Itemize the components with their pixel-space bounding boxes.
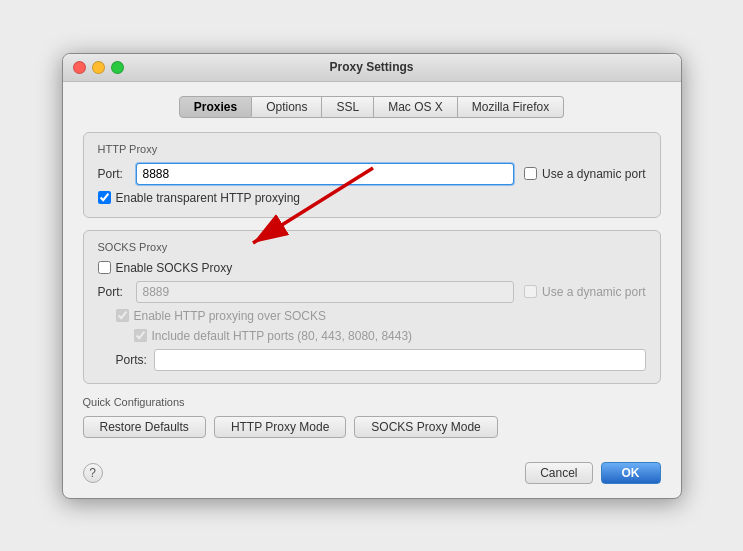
socks-dynamic-port-row: Use a dynamic port <box>524 285 645 299</box>
tabs-bar: Proxies Options SSL Mac OS X Mozilla Fir… <box>83 96 661 118</box>
ok-button[interactable]: OK <box>601 462 661 484</box>
socks-proxy-section: SOCKS Proxy Enable SOCKS Proxy Port: Use… <box>83 230 661 384</box>
main-content: Proxies Options SSL Mac OS X Mozilla Fir… <box>63 82 681 454</box>
tab-options[interactable]: Options <box>252 96 322 118</box>
footer-right: Cancel OK <box>525 462 660 484</box>
window-title: Proxy Settings <box>329 60 413 74</box>
traffic-lights <box>73 61 124 74</box>
socks-proxy-mode-button[interactable]: SOCKS Proxy Mode <box>354 416 497 438</box>
http-dynamic-port-row: Use a dynamic port <box>524 167 645 181</box>
tab-firefox[interactable]: Mozilla Firefox <box>458 96 564 118</box>
enable-socks-label[interactable]: Enable SOCKS Proxy <box>98 261 233 275</box>
socks-port-row: Port: Use a dynamic port <box>98 281 646 303</box>
socks-dynamic-port-label: Use a dynamic port <box>542 285 645 299</box>
maximize-button[interactable] <box>111 61 124 74</box>
tab-ssl[interactable]: SSL <box>322 96 374 118</box>
titlebar: Proxy Settings <box>63 54 681 82</box>
enable-socks-checkbox[interactable] <box>98 261 111 274</box>
include-default-checkbox[interactable] <box>134 329 147 342</box>
socks-ports-row: Ports: <box>116 349 646 371</box>
http-port-input[interactable] <box>136 163 515 185</box>
socks-dynamic-port-checkbox[interactable] <box>524 285 537 298</box>
footer: ? Cancel OK <box>63 454 681 498</box>
restore-defaults-button[interactable]: Restore Defaults <box>83 416 206 438</box>
http-proxy-section: HTTP Proxy Port: Use a dynamic port Enab… <box>83 132 661 218</box>
socks-ports-input[interactable] <box>154 349 646 371</box>
enable-socks-row: Enable SOCKS Proxy <box>98 261 646 275</box>
http-dynamic-port-label: Use a dynamic port <box>542 167 645 181</box>
quick-config-section: Quick Configurations Restore Defaults HT… <box>83 396 661 438</box>
http-transparent-row: Enable transparent HTTP proxying <box>98 191 646 205</box>
http-transparent-label[interactable]: Enable transparent HTTP proxying <box>98 191 301 205</box>
proxy-settings-window: Proxy Settings Proxies Options SSL Mac O… <box>62 53 682 499</box>
close-button[interactable] <box>73 61 86 74</box>
include-default-label[interactable]: Include default HTTP ports (80, 443, 808… <box>134 329 413 343</box>
socks-port-label: Port: <box>98 285 130 299</box>
http-proxy-mode-button[interactable]: HTTP Proxy Mode <box>214 416 346 438</box>
http-transparent-checkbox[interactable] <box>98 191 111 204</box>
cancel-button[interactable]: Cancel <box>525 462 592 484</box>
enable-http-over-socks-row: Enable HTTP proxying over SOCKS <box>116 309 646 323</box>
quick-config-label: Quick Configurations <box>83 396 661 408</box>
tab-macosx[interactable]: Mac OS X <box>374 96 458 118</box>
include-default-row: Include default HTTP ports (80, 443, 808… <box>134 329 646 343</box>
http-port-label: Port: <box>98 167 130 181</box>
minimize-button[interactable] <box>92 61 105 74</box>
http-port-row: Port: Use a dynamic port <box>98 163 646 185</box>
http-dynamic-port-checkbox[interactable] <box>524 167 537 180</box>
help-button[interactable]: ? <box>83 463 103 483</box>
http-proxy-label: HTTP Proxy <box>98 143 646 155</box>
socks-ports-label: Ports: <box>116 353 148 367</box>
quick-config-buttons: Restore Defaults HTTP Proxy Mode SOCKS P… <box>83 416 661 438</box>
socks-port-input[interactable] <box>136 281 515 303</box>
socks-proxy-label: SOCKS Proxy <box>98 241 646 253</box>
enable-http-over-socks-label[interactable]: Enable HTTP proxying over SOCKS <box>116 309 327 323</box>
enable-http-over-socks-checkbox[interactable] <box>116 309 129 322</box>
tab-proxies[interactable]: Proxies <box>179 96 252 118</box>
